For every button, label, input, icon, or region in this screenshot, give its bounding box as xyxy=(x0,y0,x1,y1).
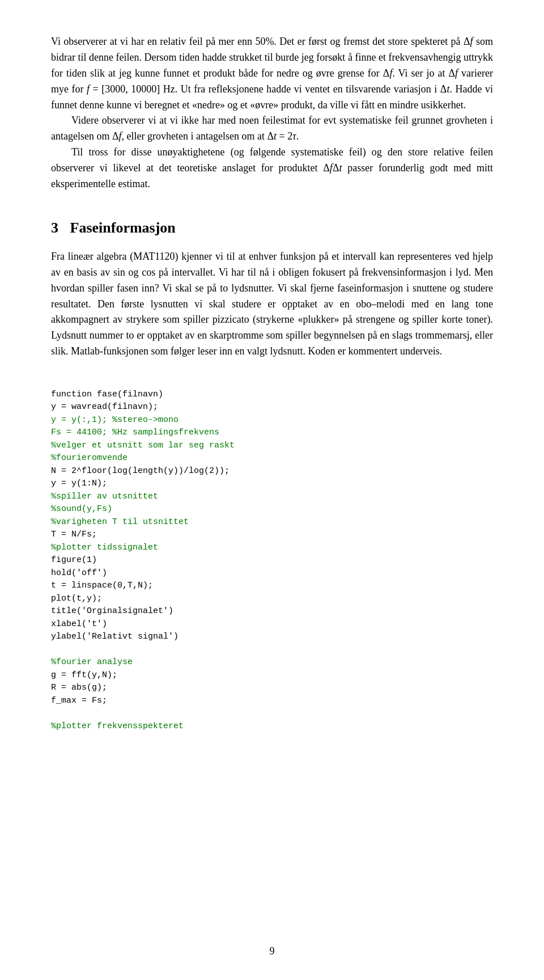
code-line-12: T = N/Fs; xyxy=(51,530,97,539)
code-line-3: y = y(:,1); %stereo->mono xyxy=(51,415,178,425)
code-line-15: hold('off') xyxy=(51,568,107,578)
paragraph-2: Videre observerer vi at vi ikke har med … xyxy=(51,113,493,145)
code-line-20: ylabel('Relativt signal') xyxy=(51,632,178,641)
section-3-heading: 3 Faseinformasjon xyxy=(51,219,493,236)
code-line-14: figure(1) xyxy=(51,555,97,565)
code-line-5: %velger et utsnitt som lar seg raskt xyxy=(51,441,235,450)
code-line-2: y = wavread(filnavn); xyxy=(51,402,158,412)
code-line-23: g = fft(y,N); xyxy=(51,670,117,680)
code-line-16: t = linspace(0,T,N); xyxy=(51,581,153,590)
page: Vi observerer at vi har en relativ feil … xyxy=(0,0,544,980)
code-block: function fase(filnavn) y = wavread(filna… xyxy=(51,375,493,746)
code-line-6: %fourieromvende xyxy=(51,453,128,463)
code-line-24: R = abs(g); xyxy=(51,683,107,692)
code-line-13: %plotter tidssignalet xyxy=(51,543,158,552)
code-line-8: y = y(1:N); xyxy=(51,479,107,488)
paragraph-1: Vi observerer at vi har en relativ feil … xyxy=(51,34,493,113)
code-line-27: %plotter frekvensspekteret xyxy=(51,721,184,731)
section-number: 3 xyxy=(51,219,58,236)
code-line-19: xlabel('t') xyxy=(51,619,107,629)
paragraph-3: Til tross for disse unøyaktighetene (og … xyxy=(51,145,493,192)
code-line-9: %spiller av utsnittet xyxy=(51,492,158,501)
section-paragraph-1: Fra lineær algebra (MAT1120) kjenner vi … xyxy=(51,249,493,360)
code-line-11: %varigheten T til utsnittet xyxy=(51,517,189,527)
code-line-7: N = 2^floor(log(length(y))/log(2)); xyxy=(51,466,230,476)
page-number: 9 xyxy=(0,945,544,957)
code-line-10: %sound(y,Fs) xyxy=(51,504,112,514)
code-line-18: title('Orginalsignalet') xyxy=(51,606,173,616)
code-line-22: %fourier analyse xyxy=(51,657,133,667)
code-line-25: f_max = Fs; xyxy=(51,696,107,706)
main-text-block: Vi observerer at vi har en relativ feil … xyxy=(51,34,493,192)
code-line-1: function fase(filnavn) xyxy=(51,390,163,399)
code-line-4: Fs = 44100; %Hz samplingsfrekvens xyxy=(51,428,219,437)
code-line-17: plot(t,y); xyxy=(51,594,102,603)
section-title: Faseinformasjon xyxy=(70,219,176,236)
